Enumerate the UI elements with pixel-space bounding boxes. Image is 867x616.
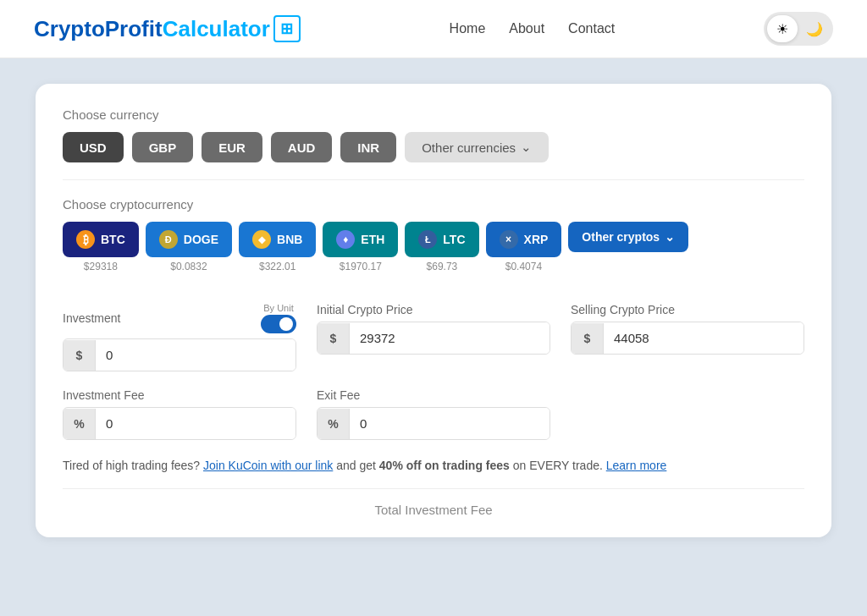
- investment-label: Investment: [63, 311, 120, 325]
- investment-prefix: $: [64, 340, 96, 371]
- investment-group: Investment By Unit $: [63, 303, 296, 371]
- investment-input[interactable]: [96, 339, 295, 371]
- promo-text: Tired of high trading fees? Join KuCoin …: [63, 457, 804, 475]
- nav-home[interactable]: Home: [450, 21, 486, 36]
- dark-mode-button[interactable]: 🌙: [799, 15, 830, 42]
- header: CryptoProfitCalculator ⊞ Home About Cont…: [0, 0, 867, 58]
- crypto-btn-btc[interactable]: ₿ BTC: [63, 222, 139, 257]
- section-divider-1: [63, 179, 804, 180]
- logo-icon: ⊞: [273, 15, 301, 42]
- nav-contact[interactable]: Contact: [568, 21, 615, 36]
- currency-section: Choose currency USD GBP EUR AUD INR Othe…: [63, 107, 804, 162]
- exit-fee-prefix: %: [318, 409, 350, 439]
- chevron-down-icon-crypto: ⌄: [665, 230, 675, 244]
- doge-label: DOGE: [184, 233, 218, 246]
- xrp-price: $0.4074: [505, 261, 542, 272]
- initial-price-prefix: $: [318, 323, 350, 354]
- selling-price-input[interactable]: [604, 322, 803, 354]
- doge-icon: Ð: [159, 230, 178, 249]
- toggle-slider: [261, 315, 296, 333]
- exit-fee-group: Exit Fee %: [317, 388, 550, 440]
- bnb-icon: ◆: [252, 230, 271, 249]
- other-currencies-label: Other currencies: [422, 140, 516, 155]
- currency-btn-eur[interactable]: EUR: [202, 132, 262, 162]
- selling-price-prefix: $: [572, 323, 604, 354]
- promo-bold-text: 40% off on trading fees: [379, 459, 510, 472]
- main-nav: Home About Contact: [450, 21, 616, 36]
- currency-btn-gbp[interactable]: GBP: [132, 132, 194, 162]
- crypto-btn-bnb[interactable]: ◆ BNB: [239, 222, 316, 257]
- spacer: [63, 278, 804, 303]
- investment-input-wrapper: $: [63, 338, 296, 371]
- eth-price: $1970.17: [340, 261, 382, 272]
- logo-calculator-text: Calculator: [163, 16, 270, 42]
- bnb-label: BNB: [277, 233, 302, 246]
- crypto-btn-eth[interactable]: ♦ ETH: [323, 222, 398, 257]
- initial-price-label: Initial Crypto Price: [317, 303, 550, 316]
- selling-price-label: Selling Crypto Price: [571, 303, 804, 316]
- currency-section-label: Choose currency: [63, 107, 804, 122]
- inputs-grid-row1: Investment By Unit $: [63, 303, 804, 371]
- currency-buttons: USD GBP EUR AUD INR Other currencies ⌄: [63, 132, 804, 162]
- nav-about[interactable]: About: [509, 21, 544, 36]
- exit-fee-input-wrapper: %: [317, 407, 550, 440]
- xrp-icon: ×: [500, 230, 518, 249]
- currency-btn-aud[interactable]: AUD: [271, 132, 333, 162]
- initial-price-input-wrapper: $: [317, 322, 550, 355]
- exit-fee-input[interactable]: [350, 408, 549, 439]
- ltc-icon: Ł: [418, 230, 437, 249]
- crypto-btn-doge[interactable]: Ð DOGE: [146, 222, 232, 257]
- ltc-label: LTC: [443, 233, 465, 246]
- promo-text-middle: and get: [333, 459, 379, 472]
- calculator-card: Choose currency USD GBP EUR AUD INR Othe…: [36, 84, 831, 537]
- promo-text-after: on EVERY trade.: [510, 459, 606, 472]
- moon-icon: 🌙: [806, 21, 823, 37]
- crypto-section: Choose cryptocurrency ₿ BTC $29318 Ð DOG…: [63, 197, 804, 272]
- btc-icon: ₿: [76, 230, 95, 249]
- exit-fee-label: Exit Fee: [317, 388, 550, 402]
- inputs-grid-row2: Investment Fee % Exit Fee %: [63, 388, 804, 440]
- currency-btn-usd[interactable]: USD: [63, 132, 124, 162]
- crypto-btn-other[interactable]: Other cryptos ⌄: [568, 222, 688, 252]
- investment-fee-group: Investment Fee %: [63, 388, 296, 440]
- btc-price: $29318: [84, 261, 118, 272]
- investment-fee-input[interactable]: [96, 408, 295, 439]
- currency-btn-other[interactable]: Other currencies ⌄: [405, 132, 549, 162]
- logo[interactable]: CryptoProfitCalculator ⊞: [34, 15, 301, 42]
- bnb-price: $322.01: [259, 261, 295, 272]
- by-unit-toggle[interactable]: [261, 315, 296, 333]
- investment-fee-input-wrapper: %: [63, 407, 296, 440]
- other-cryptos-label: Other cryptos: [582, 230, 660, 244]
- selling-price-group: Selling Crypto Price $: [571, 303, 804, 371]
- btc-label: BTC: [101, 233, 125, 246]
- investment-fee-label: Investment Fee: [63, 388, 296, 402]
- logo-profit: Profit: [105, 16, 163, 42]
- xrp-label: XRP: [524, 233, 549, 246]
- light-mode-button[interactable]: ☀: [767, 15, 798, 42]
- crypto-section-label: Choose cryptocurrency: [63, 197, 804, 212]
- selling-price-input-wrapper: $: [571, 322, 804, 355]
- initial-price-group: Initial Crypto Price $: [317, 303, 550, 371]
- crypto-btn-xrp[interactable]: × XRP: [486, 222, 562, 257]
- by-unit-label: By Unit: [263, 303, 293, 313]
- sun-icon: ☀: [776, 21, 788, 37]
- crypto-btn-ltc[interactable]: Ł LTC: [405, 222, 478, 257]
- doge-price: $0.0832: [170, 261, 207, 272]
- investment-fee-prefix: %: [64, 409, 96, 439]
- theme-toggle: ☀ 🌙: [764, 12, 833, 46]
- chevron-down-icon: ⌄: [521, 140, 532, 155]
- eth-icon: ♦: [336, 230, 355, 249]
- logo-crypto: Crypto: [34, 16, 105, 42]
- main-content: Choose currency USD GBP EUR AUD INR Othe…: [0, 58, 867, 616]
- ltc-price: $69.73: [427, 261, 458, 272]
- eth-label: ETH: [361, 233, 384, 246]
- promo-text-before: Tired of high trading fees?: [63, 459, 203, 472]
- initial-price-input[interactable]: [350, 322, 549, 354]
- currency-btn-inr[interactable]: INR: [340, 132, 396, 162]
- empty-col: [571, 388, 804, 440]
- kucoin-link[interactable]: Join KuCoin with our link: [203, 459, 333, 472]
- learn-more-link[interactable]: Learn more: [606, 459, 667, 472]
- form-section: Investment By Unit $: [63, 303, 804, 440]
- total-investment-fee-label: Total Investment Fee: [63, 488, 804, 517]
- crypto-buttons: ₿ BTC $29318 Ð DOGE $0.0832 ◆ BNB: [63, 222, 804, 272]
